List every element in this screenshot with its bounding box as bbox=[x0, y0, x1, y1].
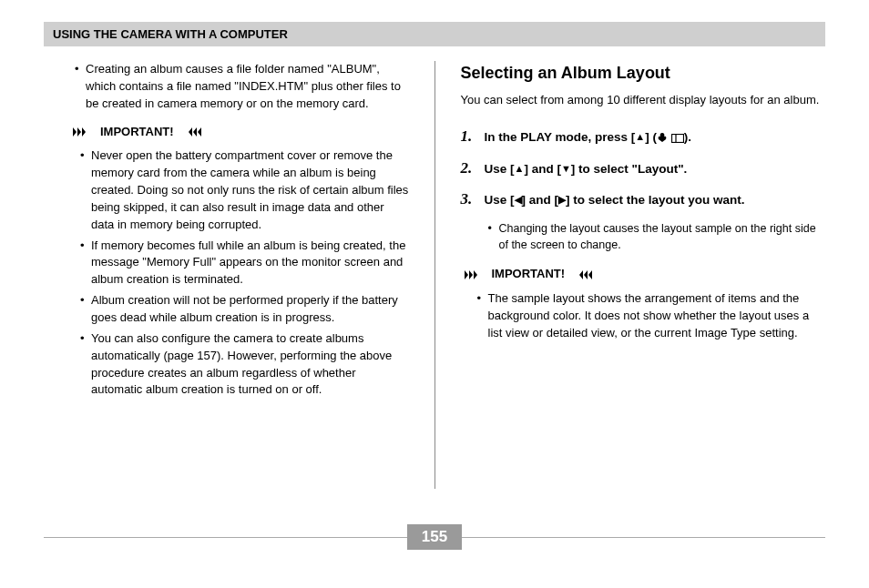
text-fragment: ). bbox=[684, 130, 691, 144]
bullet-icon: • bbox=[80, 238, 91, 289]
svg-rect-0 bbox=[671, 134, 683, 142]
right-arrow-icon: ▶ bbox=[558, 193, 566, 208]
step-2: 2. Use [▲] and [▼] to select "Layout". bbox=[461, 157, 826, 180]
step-number: 2. bbox=[461, 157, 477, 180]
important-right-icon bbox=[73, 127, 93, 137]
body-text: Never open the battery compartment cover… bbox=[91, 147, 409, 233]
important-list: • The sample layout shows the arrangemen… bbox=[461, 290, 826, 342]
macro-icon bbox=[657, 130, 668, 148]
card-icon bbox=[671, 130, 684, 148]
important-list: • Never open the battery compartment cov… bbox=[44, 147, 409, 399]
down-arrow-icon: ▼ bbox=[561, 162, 571, 177]
text-fragment: ] ( bbox=[645, 130, 657, 144]
intro-text: You can select from among 10 different d… bbox=[461, 92, 826, 109]
step-3-note: • Changing the layout causes the layout … bbox=[488, 220, 826, 253]
list-item: • If memory becomes full while an album … bbox=[80, 238, 409, 289]
subsection-title: Selecting an Album Layout bbox=[461, 61, 826, 85]
text-fragment: Use [ bbox=[485, 162, 515, 176]
bullet-icon: • bbox=[80, 147, 91, 233]
important-heading: IMPORTANT! bbox=[73, 124, 409, 141]
step-number: 3. bbox=[461, 188, 477, 211]
body-text: Album creation will not be performed pro… bbox=[91, 292, 409, 327]
text-fragment: ] and [ bbox=[522, 193, 559, 207]
step-1: 1. In the PLAY mode, press [▲] ( ). bbox=[461, 126, 826, 148]
list-item: • The sample layout shows the arrangemen… bbox=[477, 290, 826, 342]
body-text: The sample layout shows the arrangement … bbox=[488, 290, 826, 342]
bullet-icon: • bbox=[80, 330, 91, 399]
list-item: • Creating an album causes a file folder… bbox=[44, 61, 409, 113]
bullet-icon: • bbox=[75, 61, 86, 113]
step-number: 1. bbox=[461, 126, 477, 148]
body-text: Creating an album causes a file folder n… bbox=[86, 61, 409, 113]
body-text: If memory becomes full while an album is… bbox=[91, 238, 409, 289]
page-number: 155 bbox=[407, 524, 462, 550]
important-label: IMPORTANT! bbox=[492, 266, 566, 283]
left-column: • Creating an album causes a file folder… bbox=[44, 61, 409, 489]
section-header: USING THE CAMERA WITH A COMPUTER bbox=[44, 22, 825, 46]
important-heading: IMPORTANT! bbox=[465, 266, 826, 283]
step-3: 3. Use [◀] and [▶] to select the layout … bbox=[461, 188, 826, 211]
footer-rule bbox=[462, 537, 825, 538]
step-text: In the PLAY mode, press [▲] ( ). bbox=[485, 128, 691, 148]
page-footer: 155 bbox=[44, 524, 825, 550]
text-fragment: ] and [ bbox=[524, 162, 561, 176]
text-fragment: ] to select the layout you want. bbox=[566, 193, 745, 207]
up-arrow-icon: ▲ bbox=[515, 162, 525, 177]
bullet-icon: • bbox=[477, 290, 488, 342]
text-fragment: In the PLAY mode, press [ bbox=[485, 130, 636, 144]
step-text: Use [◀] and [▶] to select the layout you… bbox=[485, 191, 745, 209]
important-left-icon bbox=[572, 270, 592, 279]
content-columns: • Creating an album causes a file folder… bbox=[44, 61, 825, 489]
body-text: Changing the layout causes the layout sa… bbox=[499, 220, 826, 253]
list-item: • Never open the battery compartment cov… bbox=[80, 147, 409, 233]
bullet-icon: • bbox=[488, 220, 499, 253]
footer-rule bbox=[44, 537, 407, 538]
important-right-icon bbox=[465, 270, 485, 279]
important-label: IMPORTANT! bbox=[100, 124, 174, 141]
section-header-text: USING THE CAMERA WITH A COMPUTER bbox=[53, 27, 288, 41]
text-fragment: ] to select "Layout". bbox=[571, 162, 688, 176]
text-fragment: Use [ bbox=[485, 193, 515, 207]
column-divider bbox=[434, 61, 435, 489]
right-column: Selecting an Album Layout You can select… bbox=[461, 61, 826, 489]
bullet-icon: • bbox=[80, 292, 91, 327]
up-arrow-icon: ▲ bbox=[635, 130, 645, 145]
list-item: • Album creation will not be performed p… bbox=[80, 292, 409, 327]
important-left-icon bbox=[181, 127, 201, 137]
list-item: • You can also configure the camera to c… bbox=[80, 330, 409, 399]
left-arrow-icon: ◀ bbox=[515, 193, 522, 208]
body-text: You can also configure the camera to cre… bbox=[91, 330, 409, 399]
step-text: Use [▲] and [▼] to select "Layout". bbox=[485, 160, 688, 178]
